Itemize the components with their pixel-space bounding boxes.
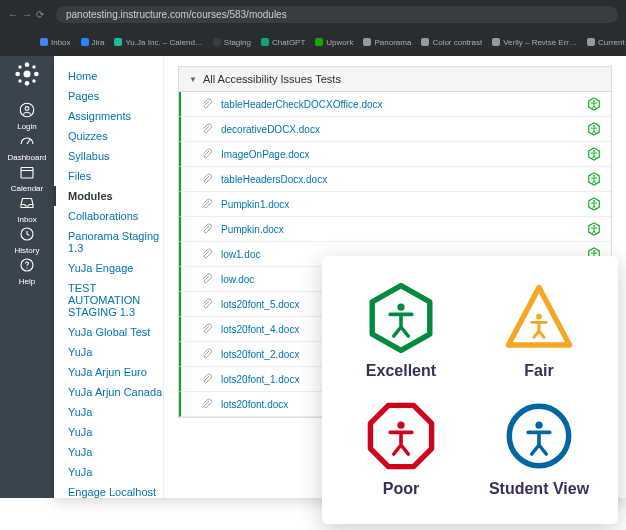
- attachment-icon: [201, 148, 213, 160]
- svg-point-2: [34, 72, 39, 77]
- favicon: [40, 38, 48, 46]
- bookmark-tab[interactable]: Panorama: [363, 38, 411, 47]
- legend-student: Student View: [472, 392, 606, 506]
- svg-point-0: [24, 71, 31, 78]
- svg-point-48: [397, 422, 404, 429]
- history-icon: [17, 224, 37, 244]
- nav-inbox[interactable]: Inbox: [7, 193, 46, 224]
- bookmark-label: Jira: [92, 38, 105, 47]
- attachment-icon: [201, 273, 213, 285]
- module-item-row[interactable]: Pumpkin1.docx: [179, 192, 611, 217]
- sidebar-item[interactable]: YuJa Arjun Euro: [68, 362, 163, 382]
- accessibility-status-icon-green[interactable]: [587, 172, 601, 186]
- svg-line-11: [27, 140, 30, 145]
- module-item-name[interactable]: tableHeaderCheckDOCXOffice.docx: [221, 99, 581, 110]
- module-item-row[interactable]: ImageOnPage.docx: [179, 142, 611, 167]
- legend-poor-label: Poor: [383, 480, 419, 498]
- module-item-name[interactable]: decorativeDOCX.docx: [221, 124, 581, 135]
- nav-login[interactable]: Login: [7, 100, 46, 131]
- bookmark-label: Current Product Ri…: [598, 38, 626, 47]
- svg-point-5: [18, 65, 22, 69]
- bookmark-label: Yu.Ja Inc. – Calend…: [125, 38, 202, 47]
- global-nav: LoginDashboardCalendarInboxHistoryHelp: [0, 56, 54, 498]
- attachment-icon: [201, 123, 213, 135]
- sidebar-item[interactable]: YuJa: [68, 342, 163, 362]
- sidebar-item[interactable]: Engage Localhost: [68, 482, 163, 498]
- calendar-icon: [17, 162, 37, 182]
- sidebar-item[interactable]: YuJa Engage: [68, 258, 163, 278]
- svg-point-28: [593, 225, 595, 227]
- favicon: [213, 38, 221, 46]
- svg-point-16: [26, 267, 27, 268]
- sidebar-item[interactable]: TEST AUTOMATION STAGING 1.3: [68, 278, 163, 322]
- sidebar-item[interactable]: Assignments: [68, 106, 163, 126]
- accessibility-status-icon-green[interactable]: [587, 97, 601, 111]
- attachment-icon: [201, 398, 213, 410]
- bookmark-tab[interactable]: Staging: [213, 38, 251, 47]
- bookmark-label: ChatGPT: [272, 38, 305, 47]
- favicon: [363, 38, 371, 46]
- bookmark-tab[interactable]: Yu.Ja Inc. – Calend…: [114, 38, 202, 47]
- legend-fair-label: Fair: [524, 362, 553, 380]
- sidebar-item[interactable]: Syllabus: [68, 146, 163, 166]
- collapse-icon: ▼: [189, 75, 197, 84]
- sidebar-item[interactable]: Pages: [68, 86, 163, 106]
- svg-point-26: [593, 200, 595, 202]
- accessibility-legend-card: Excellent Fair Poor Student View: [322, 256, 618, 524]
- bookmark-tab[interactable]: ChatGPT: [261, 38, 305, 47]
- sidebar-item[interactable]: Modules: [54, 186, 163, 206]
- bookmark-tab[interactable]: Current Product Ri…: [587, 38, 626, 47]
- address-bar[interactable]: panotesting.instructure.com/courses/583/…: [56, 6, 618, 23]
- svg-point-10: [25, 107, 29, 111]
- svg-point-20: [593, 125, 595, 127]
- bookmark-tab[interactable]: Upwork: [315, 38, 353, 47]
- nav-dashboard[interactable]: Dashboard: [7, 131, 46, 162]
- sidebar-item[interactable]: YuJa: [68, 462, 163, 482]
- accessibility-status-icon-green[interactable]: [587, 122, 601, 136]
- favicon: [114, 38, 122, 46]
- sidebar-item[interactable]: YuJa: [68, 422, 163, 442]
- module-item-name[interactable]: Pumpkin1.docx: [221, 199, 581, 210]
- sidebar-item[interactable]: YuJa Global Test: [68, 322, 163, 342]
- nav-label: Calendar: [11, 184, 43, 193]
- accessibility-status-icon-green[interactable]: [587, 222, 601, 236]
- svg-rect-12: [21, 168, 33, 179]
- legend-excellent-label: Excellent: [366, 362, 436, 380]
- sidebar-item[interactable]: YuJa: [68, 402, 163, 422]
- accessibility-status-icon-green[interactable]: [587, 147, 601, 161]
- svg-point-7: [18, 79, 22, 83]
- attachment-icon: [201, 348, 213, 360]
- sidebar-item[interactable]: Home: [68, 66, 163, 86]
- bookmark-tab[interactable]: Color contrast: [421, 38, 482, 47]
- window-controls: ←→⟳: [8, 9, 48, 20]
- module-item-name[interactable]: Pumpkin.docx: [221, 224, 581, 235]
- module-item-row[interactable]: tableHeaderCheckDOCXOffice.docx: [179, 92, 611, 117]
- attachment-icon: [201, 223, 213, 235]
- bookmark-tab[interactable]: Jira: [81, 38, 105, 47]
- accessibility-status-icon-green[interactable]: [587, 197, 601, 211]
- module-item-name[interactable]: tableHeadersDocx.docx: [221, 174, 581, 185]
- bookmark-tab[interactable]: Inbox: [40, 38, 71, 47]
- svg-point-24: [593, 175, 595, 177]
- svg-point-3: [25, 62, 30, 67]
- favicon: [315, 38, 323, 46]
- module-item-row[interactable]: Pumpkin.docx: [179, 217, 611, 242]
- svg-point-22: [593, 150, 595, 152]
- sidebar-item[interactable]: YuJa: [68, 442, 163, 462]
- svg-point-4: [25, 81, 30, 86]
- nav-calendar[interactable]: Calendar: [7, 162, 46, 193]
- sidebar-item[interactable]: Files: [68, 166, 163, 186]
- nav-history[interactable]: History: [7, 224, 46, 255]
- module-item-row[interactable]: tableHeadersDocx.docx: [179, 167, 611, 192]
- module-item-row[interactable]: decorativeDOCX.docx: [179, 117, 611, 142]
- nav-label: Help: [19, 277, 35, 286]
- bookmark-label: Color contrast: [432, 38, 482, 47]
- module-header[interactable]: ▼ All Accessibility Issues Tests: [178, 66, 612, 92]
- bookmark-tab[interactable]: Verily – Revise Err…: [492, 38, 577, 47]
- sidebar-item[interactable]: Panorama Staging 1.3: [68, 226, 163, 258]
- nav-help[interactable]: Help: [7, 255, 46, 286]
- sidebar-item[interactable]: YuJa Arjun Canada: [68, 382, 163, 402]
- sidebar-item[interactable]: Collaborations: [68, 206, 163, 226]
- sidebar-item[interactable]: Quizzes: [68, 126, 163, 146]
- module-item-name[interactable]: ImageOnPage.docx: [221, 149, 581, 160]
